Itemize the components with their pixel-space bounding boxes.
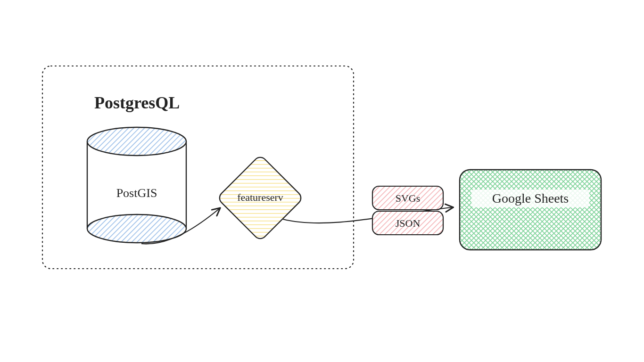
postgresql-title: PostgresQL bbox=[94, 93, 180, 112]
architecture-diagram: PostgresQL PostGIS featureserv SVGs bbox=[0, 0, 644, 362]
sheet-box-icon bbox=[460, 170, 601, 250]
database-cylinder-icon bbox=[87, 127, 186, 243]
postgresql-group: PostgresQL bbox=[42, 66, 354, 269]
output-json-node: JSON bbox=[372, 211, 443, 235]
output-svgs-node: SVGs bbox=[372, 186, 443, 210]
output-json-label: JSON bbox=[396, 217, 421, 229]
destination-node: Google Sheets bbox=[460, 170, 601, 250]
database-node: PostGIS bbox=[87, 127, 186, 243]
output-stack: SVGs JSON bbox=[372, 186, 443, 235]
service-label: featureserv bbox=[237, 191, 283, 203]
destination-label: Google Sheets bbox=[492, 191, 569, 206]
svg-rect-7 bbox=[42, 66, 354, 269]
output-svgs-label: SVGs bbox=[396, 192, 421, 204]
svg-point-8 bbox=[87, 127, 186, 156]
database-label: PostGIS bbox=[116, 186, 157, 200]
service-node: featureserv bbox=[217, 155, 304, 241]
